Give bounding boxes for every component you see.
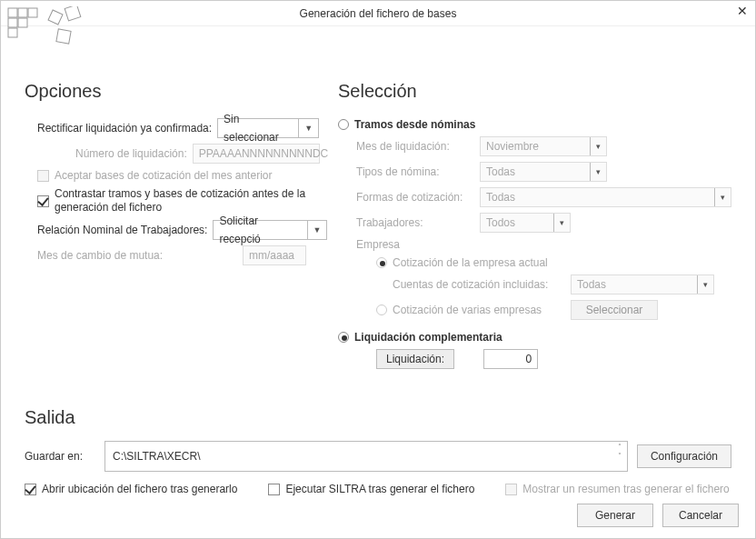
mostrar-resumen-label: Mostrar un resumen tras generar el fiche… xyxy=(522,483,729,495)
tramos-nominas-label: Tramos desde nóminas xyxy=(354,118,475,131)
guardar-path-input[interactable]: C:\SILTRA\XECR\ ˄ ˅ xyxy=(104,441,628,472)
cancelar-button[interactable]: Cancelar xyxy=(662,504,739,527)
checkbox-icon xyxy=(505,484,517,495)
aceptar-bases-checkbox: Aceptar bases de cotización del mes ante… xyxy=(37,169,272,182)
liq-complementaria-label: Liquidación complementaria xyxy=(354,331,502,344)
trabajadores-label: Trabajadores: xyxy=(356,216,474,229)
mes-liq-label: Mes de liquidación: xyxy=(356,140,474,153)
cot-actual-radio: Cotización de la empresa actual xyxy=(376,256,548,269)
cot-varias-label: Cotización de varias empresas xyxy=(393,304,542,316)
formas-value: Todas xyxy=(486,188,515,206)
tramos-nominas-radio[interactable]: Tramos desde nóminas xyxy=(338,118,475,131)
abrir-ubicacion-label: Abrir ubicación del fichero tras generar… xyxy=(42,483,237,495)
chevron-down-icon: ▾ xyxy=(553,214,564,232)
seleccion-heading: Selección xyxy=(338,81,731,102)
trabajadores-value: Todos xyxy=(486,214,515,232)
guardar-label: Guardar en: xyxy=(25,450,95,463)
rectificar-label: Rectificar liquidación ya confirmada: xyxy=(37,122,212,135)
chevron-down-icon: ▾ xyxy=(697,275,708,294)
num-liquidacion-input: PPAAAANNNNNNNNNDC xyxy=(193,144,320,164)
checkbox-icon xyxy=(37,170,49,182)
radio-icon xyxy=(338,332,349,343)
chevron-down-icon: ▼ xyxy=(298,119,313,137)
checkbox-icon xyxy=(37,195,49,207)
liquidacion-value[interactable]: 0 xyxy=(483,349,538,369)
chevron-up-icon[interactable]: ˄ xyxy=(614,444,625,451)
ejecutar-siltra-checkbox[interactable]: Ejecutar SILTRA tras generar el fichero xyxy=(268,483,474,495)
opciones-heading: Opciones xyxy=(25,81,338,102)
mes-mutua-label: Mes de cambio de mutua: xyxy=(37,249,237,262)
app-logo-icon xyxy=(6,6,88,52)
chevron-down-icon: ▼ xyxy=(307,221,322,239)
cot-varias-radio: Cotización de varias empresas xyxy=(376,304,554,316)
cuentas-label: Cuentas de cotización incluidas: xyxy=(393,278,565,291)
mes-liq-value: Noviembre xyxy=(486,137,539,155)
svg-rect-0 xyxy=(8,8,17,17)
salida-heading: Salida xyxy=(25,407,731,428)
checkbox-icon xyxy=(25,484,36,495)
aceptar-bases-label: Aceptar bases de cotización del mes ante… xyxy=(55,169,272,182)
empresa-label: Empresa xyxy=(356,238,400,251)
svg-rect-6 xyxy=(48,10,63,25)
tipos-select: Todas ▾ xyxy=(480,162,607,182)
contrastar-label: Contrastar tramos y bases de cotización … xyxy=(55,187,318,215)
radio-icon xyxy=(376,304,387,315)
configuracion-button[interactable]: Configuración xyxy=(637,444,731,468)
formas-label: Formas de cotización: xyxy=(356,191,474,204)
cuentas-select: Todas ▾ xyxy=(571,274,714,294)
liq-complementaria-radio[interactable]: Liquidación complementaria xyxy=(338,331,502,344)
relacion-label: Relación Nominal de Trabajadores: xyxy=(37,224,207,236)
num-liquidacion-label: Número de liquidación: xyxy=(75,147,187,160)
relacion-select[interactable]: Solicitar recepció ▼ xyxy=(213,220,327,240)
relacion-value: Solicitar recepció xyxy=(219,212,301,248)
cuentas-value: Todas xyxy=(577,275,606,294)
rectificar-select[interactable]: Sin seleccionar ▼ xyxy=(217,118,319,138)
rectificar-value: Sin seleccionar xyxy=(224,110,293,146)
close-icon[interactable]: ✕ xyxy=(737,5,748,17)
svg-rect-5 xyxy=(8,28,17,37)
tipos-value: Todas xyxy=(486,163,515,181)
window-title: Generación del fichero de bases xyxy=(300,7,457,20)
title-bar: Generación del fichero de bases ✕ xyxy=(1,1,755,26)
liquidacion-button[interactable]: Liquidación: xyxy=(376,349,454,369)
checkbox-icon xyxy=(268,484,280,495)
path-stepper[interactable]: ˄ ˅ xyxy=(614,444,625,460)
radio-icon xyxy=(338,119,349,130)
svg-rect-2 xyxy=(28,8,37,17)
mostrar-resumen-checkbox: Mostrar un resumen tras generar el fiche… xyxy=(505,483,729,495)
cot-actual-label: Cotización de la empresa actual xyxy=(393,256,548,269)
contrastar-checkbox[interactable]: Contrastar tramos y bases de cotización … xyxy=(37,187,318,215)
formas-select: Todas ▾ xyxy=(480,187,731,207)
generar-button[interactable]: Generar xyxy=(577,504,653,527)
svg-rect-1 xyxy=(18,8,27,17)
tipos-label: Tipos de nómina: xyxy=(356,165,474,178)
ejecutar-siltra-label: Ejecutar SILTRA tras generar el fichero xyxy=(285,483,474,495)
chevron-down-icon[interactable]: ˅ xyxy=(614,453,625,460)
guardar-path-value: C:\SILTRA\XECR\ xyxy=(113,450,200,463)
radio-icon xyxy=(376,257,387,268)
dialog-footer: Generar Cancelar xyxy=(577,504,739,527)
chevron-down-icon: ▾ xyxy=(590,163,601,181)
chevron-down-icon: ▾ xyxy=(714,188,725,206)
svg-rect-8 xyxy=(56,29,71,44)
seleccionar-button: Seleccionar xyxy=(571,300,658,320)
svg-rect-3 xyxy=(8,18,17,27)
trabajadores-select: Todos ▾ xyxy=(480,213,571,233)
mes-liq-select: Noviembre ▾ xyxy=(480,136,607,156)
abrir-ubicacion-checkbox[interactable]: Abrir ubicación del fichero tras generar… xyxy=(25,483,237,495)
svg-rect-7 xyxy=(65,6,81,21)
svg-rect-4 xyxy=(18,18,27,27)
mes-mutua-input: mm/aaaa xyxy=(243,245,306,265)
chevron-down-icon: ▾ xyxy=(590,137,601,155)
